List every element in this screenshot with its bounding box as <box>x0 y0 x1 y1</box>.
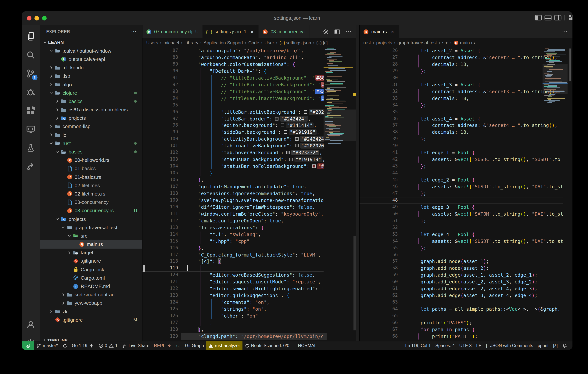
status-lambda[interactable]: [λ] <box>551 341 560 350</box>
split-editor-icon[interactable] <box>334 29 340 35</box>
tree-item-02-lifetimes[interactable]: 02-lifetimes <box>40 181 142 190</box>
tree-item-01-basics.rs[interactable]: R01-basics.rs <box>40 173 142 181</box>
status-eol[interactable]: LF <box>474 341 484 350</box>
status-clj[interactable]: clj <box>174 341 183 350</box>
breadcrumb-item[interactable]: {…}settings.json <box>279 40 311 45</box>
customize-layout-icon[interactable] <box>568 15 572 21</box>
toggle-sidebar-icon[interactable] <box>535 15 542 21</box>
tree-item-readme.md[interactable]: iREADME.md <box>40 282 142 290</box>
close-icon[interactable]: × <box>250 29 255 35</box>
status-rust-analyzer[interactable]: rust-analyzer <box>206 341 242 350</box>
breadcrumb-item[interactable]: {…}[c] <box>316 40 327 45</box>
source-control-icon[interactable]: 5 <box>21 64 40 83</box>
status-language-mode[interactable]: {}JSON with Comments <box>484 341 536 350</box>
breadcrumb-item[interactable]: src <box>442 40 448 45</box>
tree-item-output.calva-repl[interactable]: output.calva-repl <box>40 55 142 64</box>
sidebar-more-actions-icon[interactable]: ⋯ <box>131 28 136 34</box>
tree-item-ic[interactable]: ic <box>40 131 142 139</box>
remote-explorer-icon[interactable] <box>21 120 40 138</box>
tree-item-.clj-kondo[interactable]: .clj-kondo <box>40 64 142 72</box>
tree-item-algo[interactable]: algo <box>40 80 142 89</box>
testing-icon[interactable] <box>21 139 40 157</box>
tree-root-learn[interactable]: LEARN <box>40 38 142 47</box>
minimap-slider[interactable] <box>543 64 567 94</box>
tree-item-01-basics[interactable]: 01-basics <box>40 164 142 173</box>
tree-item-graph-traversal-test[interactable]: graph-traversal-test <box>40 223 142 232</box>
tab-07-concurrency.clj[interactable]: 07-concurrency.cljU <box>142 25 203 38</box>
tree-item-02-lifetimes.rs[interactable]: R02-lifetimes.rs <box>40 190 142 198</box>
tree-item-main.rs[interactable]: Rmain.rs <box>40 240 142 248</box>
accounts-icon[interactable] <box>21 316 40 334</box>
tree-item-yew-webapp[interactable]: yew-webapp <box>40 299 142 307</box>
toggle-panel-icon[interactable] <box>545 15 552 21</box>
status-go-version[interactable]: Go 1.19 <box>70 341 96 350</box>
tree-item-cargo.toml[interactable]: Cargo.toml <box>40 274 142 282</box>
tree-item-projects[interactable]: projects <box>40 114 142 122</box>
tab-main.rs[interactable]: Rmain.rs× <box>359 25 399 38</box>
editor-group-rust-code[interactable]: 26 let asset_2 = Asset {27 contract_addr… <box>359 47 572 341</box>
tree-item-.gitignore[interactable]: .gitignoreM <box>40 316 142 324</box>
tree-item-basics[interactable]: basics <box>40 148 142 156</box>
status-indentation[interactable]: Spaces: 4 <box>433 341 457 350</box>
tab-03-concurrency.-[interactable]: R03-concurrency.ı <box>259 25 310 38</box>
tree-item-target[interactable]: target <box>40 248 142 257</box>
search-icon[interactable] <box>21 46 40 64</box>
breadcrumb-item[interactable]: rust <box>363 40 371 45</box>
live-share-icon[interactable] <box>21 157 40 175</box>
dots-icon[interactable] <box>562 29 568 35</box>
breadcrumb-item[interactable]: Application Support <box>204 40 243 45</box>
tree-item-.lsp[interactable]: .lsp <box>40 72 142 80</box>
explorer-icon[interactable] <box>21 27 40 45</box>
dots-icon[interactable] <box>346 29 352 35</box>
tree-item-rust[interactable]: rust <box>40 139 142 148</box>
tree-item-00-helloworld.rs[interactable]: R00-helloworld.rs <box>40 156 142 164</box>
breadcrumb-item[interactable]: Users <box>146 40 158 45</box>
extensions-icon[interactable] <box>21 102 40 120</box>
breadcrumb-item[interactable]: graph-traversal-test <box>398 40 437 45</box>
status-vim-mode[interactable]: -- NORMAL -- <box>292 341 323 350</box>
breadcrumb-item[interactable]: michael <box>163 40 179 45</box>
breadcrumb-item[interactable]: Rmain.rs <box>453 40 475 45</box>
status-notifications[interactable] <box>560 341 569 350</box>
status-repl[interactable]: REPL <box>152 341 174 350</box>
status-git-branch[interactable]: master* <box>34 341 60 350</box>
status-problems[interactable]: 01 <box>96 341 120 350</box>
breadcrumb-item[interactable]: projects <box>376 40 392 45</box>
tree-item-.calva-output-window[interactable]: .calva / output-window <box>40 47 142 55</box>
status-git-graph[interactable]: Git Graph <box>183 341 206 350</box>
status-cursor-position[interactable]: Ln 119, Col 1 <box>403 341 433 350</box>
editor-scrollbar[interactable] <box>354 236 356 331</box>
tree-item-common-lisp[interactable]: common-lisp <box>40 122 142 131</box>
toggle-secondary-sidebar-icon[interactable] <box>554 15 561 21</box>
gear-action-icon[interactable] <box>323 29 329 35</box>
minimap[interactable] <box>543 47 567 341</box>
status-live-share[interactable]: Live Share <box>120 341 152 350</box>
tree-item-cargo.lock[interactable]: Cargo.lock <box>40 265 142 274</box>
editor-group-settings-code[interactable]: 87 "arduino.path": "/opt/homebrew/bin/",… <box>142 47 356 341</box>
tree-item-scrt-smart-contract[interactable]: scrt-smart-contract <box>40 290 142 299</box>
close-icon[interactable]: × <box>390 29 395 35</box>
editor-scrollbar[interactable] <box>569 49 571 81</box>
tree-item-src[interactable]: </>src <box>40 232 142 240</box>
title-bar[interactable]: settings.json — learn <box>21 11 572 25</box>
status-roots-scanned[interactable]: Roots Scanned: 0/0 <box>242 341 292 350</box>
breadcrumb-item[interactable]: User <box>264 40 274 45</box>
breadcrumb-item[interactable]: Library <box>184 40 198 45</box>
status-sync[interactable] <box>60 341 70 350</box>
tree-item-clojure[interactable]: clojure <box>40 89 142 97</box>
tree-item-.gitignore[interactable]: .gitignore <box>40 257 142 265</box>
tree-item-03-concurrency[interactable]: 03-concurrency <box>40 198 142 206</box>
minimap[interactable] <box>324 47 356 341</box>
tree-item-03-concurrency.rs[interactable]: R03-concurrency.rsU <box>40 206 142 215</box>
tree-item-projects[interactable]: projects <box>40 215 142 223</box>
tree-item-basics[interactable]: basics <box>40 97 142 106</box>
status-pprint[interactable]: pprint <box>535 341 551 350</box>
status-encoding[interactable]: UTF-8 <box>457 341 474 350</box>
minimap-slider[interactable] <box>324 109 356 141</box>
breadcrumb-item[interactable]: Code <box>248 40 259 45</box>
run-debug-icon[interactable] <box>21 83 40 101</box>
tab-settings.json[interactable]: {…}settings.json1× <box>203 25 259 38</box>
tree-item-zk[interactable]: zk <box>40 307 142 316</box>
status-remote-indicator[interactable] <box>21 341 34 350</box>
tree-item-cs61a-discussion-problems[interactable]: cs61a discussion problems <box>40 106 142 114</box>
